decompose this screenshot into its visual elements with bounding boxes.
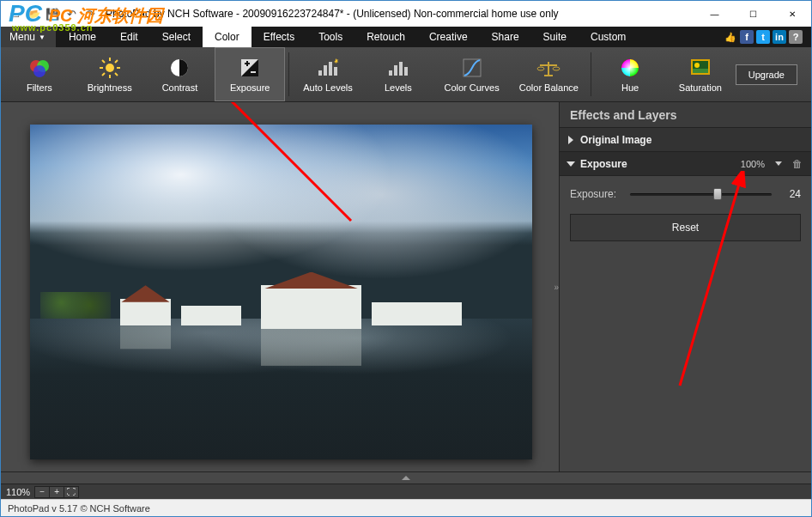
- tab-creative[interactable]: Creative: [417, 27, 480, 47]
- image-canvas[interactable]: [30, 125, 532, 459]
- tab-share[interactable]: Share: [480, 27, 531, 47]
- tool-label: Contrast: [162, 82, 198, 93]
- slider-label: Exposure:: [570, 188, 621, 200]
- tool-color-curves[interactable]: Color Curves: [433, 47, 511, 101]
- saturation-icon: [688, 56, 712, 80]
- tool-brightness[interactable]: Brightness: [75, 47, 145, 101]
- like-icon[interactable]: 👍: [724, 30, 737, 44]
- svg-point-2: [33, 65, 45, 77]
- facebook-icon[interactable]: f: [740, 30, 754, 44]
- window-title: PhotoPad by NCH Software - 2009091622372…: [106, 8, 695, 20]
- zoom-fit-button[interactable]: ⛶: [64, 486, 79, 498]
- tool-label: Brightness: [88, 82, 132, 93]
- tab-effects[interactable]: Effects: [251, 27, 306, 47]
- layer-opacity[interactable]: 100%: [741, 159, 765, 169]
- tab-retouch[interactable]: Retouch: [354, 27, 417, 47]
- linkedin-icon[interactable]: in: [773, 30, 786, 44]
- open-icon[interactable]: 📂: [25, 5, 42, 22]
- tab-custom[interactable]: Custom: [579, 27, 638, 47]
- svg-point-28: [537, 67, 544, 70]
- tool-contrast[interactable]: Contrast: [145, 47, 215, 101]
- panel-title: Effects and Layers: [560, 102, 811, 128]
- status-bar: PhotoPad v 5.17 © NCH Software: [1, 499, 811, 516]
- tool-label: Filters: [27, 82, 52, 93]
- bottom-panel-toggle[interactable]: [1, 471, 811, 484]
- tool-color-balance[interactable]: Color Balance: [510, 47, 587, 101]
- zoom-in-button[interactable]: +: [49, 486, 64, 498]
- svg-line-9: [115, 73, 118, 76]
- zoom-level[interactable]: 110%: [6, 487, 35, 497]
- tool-label: Exposure: [230, 82, 270, 93]
- tab-color[interactable]: Color: [203, 27, 251, 47]
- menu-bar: Menu ▼ Home Edit Select Color Effects To…: [1, 27, 811, 47]
- svg-rect-22: [394, 65, 397, 76]
- redo-icon[interactable]: ↷: [82, 5, 99, 22]
- svg-point-29: [553, 67, 560, 70]
- effects-panel: Effects and Layers Original Image Exposu…: [559, 102, 811, 471]
- upgrade-button[interactable]: Upgrade: [736, 64, 797, 85]
- canvas-area[interactable]: »: [1, 102, 559, 471]
- tool-auto-levels[interactable]: Auto Levels: [293, 47, 363, 101]
- save-icon[interactable]: 💾: [44, 5, 61, 22]
- status-text: PhotoPad v 5.17 © NCH Software: [8, 503, 150, 514]
- undo-icon[interactable]: ↶: [63, 5, 80, 22]
- maximize-button[interactable]: ☐: [734, 1, 773, 27]
- levels-icon: [386, 56, 410, 80]
- svg-line-10: [115, 60, 118, 63]
- tab-select[interactable]: Select: [150, 27, 203, 47]
- ribbon-toolbar: Filters Brightness Contrast Exposure Aut…: [1, 47, 811, 102]
- tab-home[interactable]: Home: [57, 27, 108, 47]
- twitter-icon[interactable]: t: [756, 30, 770, 44]
- filters-icon: [27, 56, 52, 80]
- svg-rect-23: [399, 62, 403, 76]
- main-area: » Effects and Layers Original Image Expo…: [1, 102, 811, 471]
- contrast-icon: [167, 56, 191, 80]
- hue-icon: [618, 56, 642, 80]
- svg-rect-19: [329, 62, 332, 76]
- minimize-button[interactable]: —: [695, 1, 734, 27]
- layer-label: Original Image: [580, 134, 803, 146]
- main-menu-button[interactable]: Menu ▼: [1, 27, 56, 47]
- collapse-icon: [567, 161, 575, 167]
- chevron-down-icon[interactable]: [775, 161, 782, 166]
- tool-exposure[interactable]: Exposure: [215, 47, 285, 101]
- tab-tools[interactable]: Tools: [306, 27, 354, 47]
- svg-rect-24: [404, 67, 408, 76]
- svg-rect-30: [544, 75, 553, 76]
- svg-line-38: [680, 181, 740, 386]
- close-button[interactable]: ✕: [773, 1, 811, 27]
- layer-original-image[interactable]: Original Image: [560, 128, 811, 152]
- svg-point-34: [694, 63, 700, 68]
- new-icon[interactable]: ▭: [6, 5, 23, 22]
- svg-rect-20: [334, 67, 337, 76]
- tool-label: Color Balance: [519, 82, 579, 93]
- tab-edit[interactable]: Edit: [108, 27, 150, 47]
- zoom-out-button[interactable]: −: [34, 486, 50, 498]
- layer-label: Exposure: [580, 158, 734, 170]
- tool-saturation[interactable]: Saturation: [665, 47, 736, 101]
- slider-thumb[interactable]: [713, 188, 722, 200]
- exposure-slider[interactable]: [630, 188, 772, 200]
- layer-exposure[interactable]: Exposure 100% 🗑: [560, 152, 811, 176]
- tool-hue[interactable]: Hue: [595, 47, 665, 101]
- svg-line-11: [102, 73, 105, 76]
- tool-label: Saturation: [679, 82, 722, 93]
- annotation-arrow-2: [611, 171, 783, 394]
- tool-label: Auto Levels: [303, 82, 352, 93]
- menu-button-label: Menu: [9, 31, 35, 43]
- svg-line-8: [102, 60, 105, 63]
- tab-suite[interactable]: Suite: [531, 27, 579, 47]
- delete-layer-icon[interactable]: 🗑: [792, 158, 803, 170]
- expand-icon: [568, 136, 573, 144]
- tool-filters[interactable]: Filters: [4, 47, 75, 101]
- svg-rect-18: [324, 65, 327, 76]
- reset-button[interactable]: Reset: [570, 214, 801, 241]
- svg-point-3: [106, 64, 114, 72]
- tool-label: Levels: [385, 82, 412, 93]
- chevron-down-icon: ▼: [39, 33, 45, 41]
- slider-value: 24: [780, 188, 801, 200]
- panel-collapse-handle[interactable]: »: [554, 283, 559, 292]
- tool-label: Hue: [621, 82, 639, 93]
- tool-levels[interactable]: Levels: [363, 47, 433, 101]
- help-icon[interactable]: ?: [789, 30, 803, 44]
